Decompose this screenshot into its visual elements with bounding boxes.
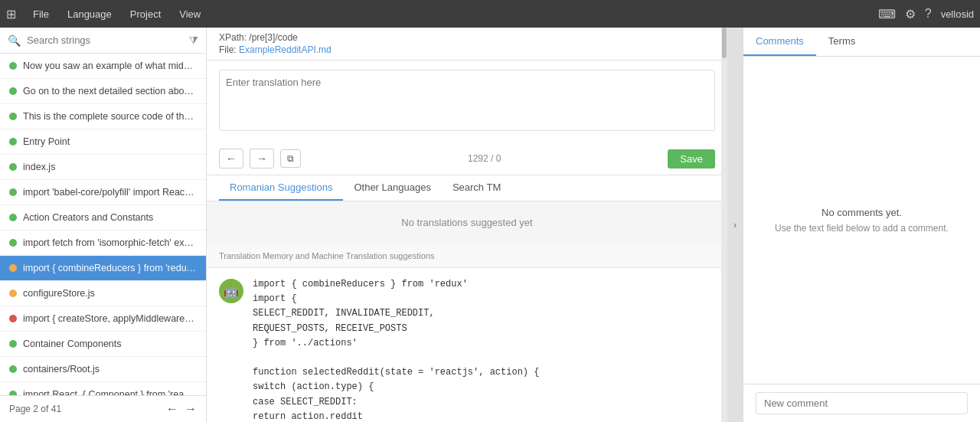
sidebar-item[interactable]: Action Creators and Constants [0, 205, 206, 231]
save-button[interactable]: Save [668, 149, 715, 168]
sidebar-item-label: index.js [23, 162, 55, 172]
sidebar-item-label: import 'babel-core/polyfill' import Reac… [23, 187, 197, 198]
settings-icon[interactable]: ⚙ [905, 7, 916, 21]
next-string-button[interactable]: → [250, 149, 274, 168]
sidebar-item-label: configureStore.js [23, 288, 95, 299]
search-icon: 🔍 [8, 34, 21, 47]
tab-other-languages[interactable]: Other Languages [343, 175, 441, 201]
menu-bar: ⊞ File Language Project View ⌨ ⚙ ? vello… [0, 0, 980, 28]
tab-terms[interactable]: Terms [816, 28, 867, 56]
translation-area [207, 61, 727, 142]
prev-page-button[interactable]: ← [166, 402, 178, 416]
suggestions-tabs: Romanian Suggestions Other Languages Sea… [207, 175, 727, 201]
sidebar-header: 🔍 ⧩ [0, 28, 206, 54]
item-status-dot [9, 264, 17, 272]
code-block: 🤖 import { combineReducers } from 'redux… [219, 277, 715, 422]
translation-footer: ← → ⧉ 1292 / 0 Save [207, 142, 727, 175]
code-line-4: REQUEST_POSTS, RECEIVE_POSTS [253, 322, 715, 336]
no-comments-subtitle: Use the text field below to add a commen… [775, 223, 949, 234]
main-layout: 🔍 ⧩ Now you saw an example of what middl… [0, 28, 980, 422]
code-content: import { combineReducers } from 'redux' … [253, 277, 715, 422]
tab-search-tm[interactable]: Search TM [442, 175, 511, 201]
sidebar-item[interactable]: import { combineReducers } from 'redux' … [0, 256, 206, 281]
right-panel: Comments Terms No comments yet. Use the … [743, 28, 980, 422]
code-line-7: function selectedReddit(state = 'reactjs… [253, 365, 715, 380]
username-label: vellosid [941, 8, 974, 20]
collapse-button[interactable]: › [727, 28, 743, 422]
menu-project[interactable]: Project [122, 5, 168, 23]
file-link[interactable]: ExampleRedditAPI.md [239, 44, 332, 55]
sidebar-item-label: This is the complete source code of the … [23, 111, 197, 122]
sidebar-item-label: Container Components [23, 339, 122, 349]
code-line-5: } from '../actions' [253, 336, 715, 351]
sidebar-item-label: Action Creators and Constants [23, 212, 153, 223]
no-comments-title: No comments yet. [822, 207, 902, 218]
sidebar-item-label: import { createStore, applyMiddleware } … [23, 313, 197, 324]
sidebar-item-label: import React, { Component } from 'react'… [23, 389, 197, 395]
sidebar-item[interactable]: Entry Point [0, 129, 206, 155]
prev-string-button[interactable]: ← [219, 149, 243, 168]
nav-buttons: ← → ⧉ [219, 149, 301, 168]
sidebar-item[interactable]: index.js [0, 155, 206, 180]
sidebar-item[interactable]: import fetch from 'isomorphic-fetch' exp… [0, 231, 206, 256]
new-comment-input[interactable] [756, 392, 968, 414]
translation-input[interactable] [219, 70, 715, 131]
item-status-dot [9, 239, 17, 247]
center-scrollbar[interactable] [721, 28, 727, 422]
code-line-1: import { combineReducers } from 'redux' [253, 277, 715, 292]
code-line-9: case SELECT_REDDIT: [253, 395, 715, 410]
tab-romanian-suggestions[interactable]: Romanian Suggestions [219, 175, 343, 201]
keyboard-icon[interactable]: ⌨ [878, 7, 896, 21]
sidebar-item-label: Now you saw an example of what middle... [23, 61, 197, 71]
sidebar-item-label: Go on to the next detailed section about… [23, 86, 197, 97]
center-scroll-thumb [722, 28, 727, 58]
sidebar-footer: Page 2 of 41 ← → [0, 395, 206, 422]
new-comment-bar [743, 384, 980, 422]
sidebar-item[interactable]: import React, { Component } from 'react'… [0, 382, 206, 395]
item-status-dot [9, 315, 17, 322]
menu-bar-right: ⌨ ⚙ ? vellosid [878, 7, 974, 21]
sidebar-item-label: import fetch from 'isomorphic-fetch' exp… [23, 237, 197, 248]
next-page-button[interactable]: → [185, 402, 197, 416]
sidebar-item[interactable]: Go on to the next detailed section about… [0, 79, 206, 104]
grid-icon[interactable]: ⊞ [6, 7, 16, 21]
sidebar-item[interactable]: This is the complete source code of the … [0, 104, 206, 129]
sidebar-item[interactable]: Container Components [0, 332, 206, 357]
sidebar: 🔍 ⧩ Now you saw an example of what middl… [0, 28, 207, 422]
sidebar-item[interactable]: import 'babel-core/polyfill' import Reac… [0, 180, 206, 205]
menu-language[interactable]: Language [60, 5, 119, 23]
sidebar-item[interactable]: configureStore.js [0, 281, 206, 306]
sidebar-item-label: Entry Point [23, 136, 70, 147]
robot-icon: 🤖 [219, 279, 243, 303]
sidebar-list: Now you saw an example of what middle...… [0, 54, 206, 395]
sidebar-item-label: import { combineReducers } from 'redux' … [23, 263, 197, 273]
item-status-dot [9, 340, 17, 348]
sidebar-nav-arrows: ← → [166, 402, 197, 416]
item-status-dot [9, 214, 17, 221]
code-suggestion-area: 🤖 import { combineReducers } from 'redux… [207, 268, 727, 422]
sidebar-item-label: containers/Root.js [23, 364, 100, 375]
filter-icon[interactable]: ⧩ [189, 34, 198, 47]
item-status-dot [9, 113, 17, 120]
code-line-10: return action.reddit [253, 410, 715, 422]
item-status-dot [9, 188, 17, 196]
item-status-dot [9, 87, 17, 95]
menu-file[interactable]: File [25, 5, 57, 23]
comments-area: No comments yet. Use the text field belo… [743, 57, 980, 384]
no-suggestions-text: No translations suggested yet [207, 201, 727, 244]
help-icon[interactable]: ? [925, 7, 932, 21]
xpath-path: XPath: /pre[3]/code [219, 32, 715, 43]
code-line-2: import { [253, 292, 715, 306]
xpath-bar: XPath: /pre[3]/code File: ExampleRedditA… [207, 28, 727, 61]
menu-view[interactable]: View [172, 5, 208, 23]
sidebar-item[interactable]: import { createStore, applyMiddleware } … [0, 306, 206, 332]
item-status-dot [9, 290, 17, 297]
tab-comments[interactable]: Comments [743, 28, 816, 56]
code-line-3: SELECT_REDDIT, INVALIDATE_REDDIT, [253, 306, 715, 321]
sidebar-item[interactable]: containers/Root.js [0, 357, 206, 382]
search-input[interactable] [27, 34, 183, 46]
char-count: 1292 / 0 [468, 153, 501, 164]
copy-original-button[interactable]: ⧉ [280, 149, 301, 168]
sidebar-item[interactable]: Now you saw an example of what middle... [0, 54, 206, 79]
xpath-file: File: ExampleRedditAPI.md [219, 44, 715, 55]
